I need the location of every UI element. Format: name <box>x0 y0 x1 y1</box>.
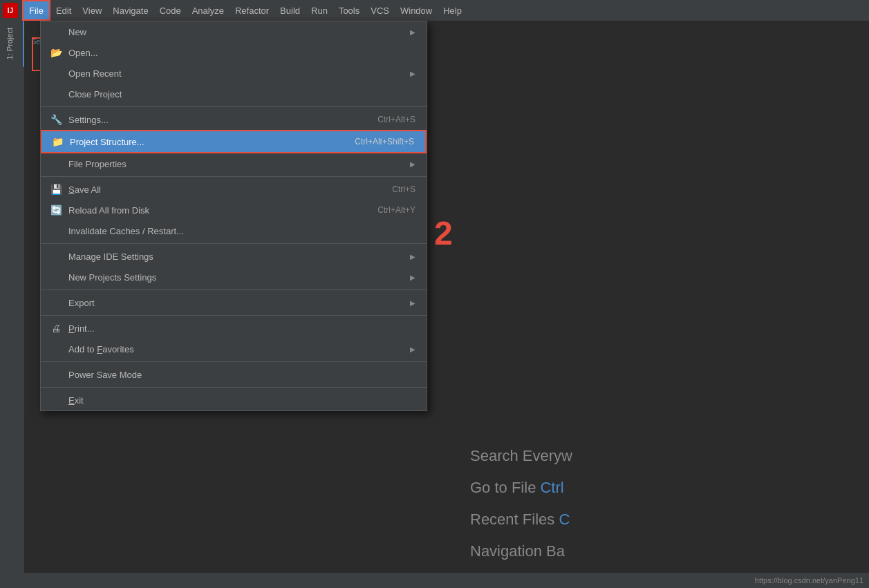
power-save-label: Power Save Mode <box>68 370 415 380</box>
add-favorites-icon <box>49 342 63 356</box>
new-arrow: ▶ <box>410 28 415 36</box>
annotation-num-2: 2 <box>434 214 453 252</box>
export-label: Export <box>68 298 404 308</box>
menu-item-new[interactable]: New ▶ <box>41 21 427 42</box>
invalidate-icon <box>49 224 63 238</box>
project-structure-label: Project Structure... <box>70 137 338 147</box>
open-recent-label: Open Recent <box>68 68 404 79</box>
add-favorites-arrow: ▶ <box>410 345 415 353</box>
add-favorites-label: Add to Favorites <box>68 344 404 354</box>
open-label: Open... <box>68 48 415 58</box>
menu-item-settings[interactable]: 🔧 Settings... Ctrl+Alt+S <box>41 109 427 130</box>
print-label: Print... <box>68 323 415 334</box>
separator-1 <box>41 106 427 107</box>
menu-analyze[interactable]: Analyze <box>187 0 230 21</box>
print-icon: 🖨 <box>49 321 63 335</box>
export-icon <box>49 296 63 310</box>
manage-ide-arrow: ▶ <box>410 253 415 260</box>
new-projects-icon <box>49 270 63 284</box>
recent-files-hint: Recent Files C <box>456 504 869 535</box>
menu-item-new-projects[interactable]: New Projects Settings ▶ <box>41 267 427 287</box>
file-properties-arrow: ▶ <box>410 160 415 168</box>
menu-vcs[interactable]: VCS <box>365 0 395 21</box>
menu-item-save-all[interactable]: 💾 Save All Ctrl+S <box>41 179 427 200</box>
settings-label: Settings... <box>68 115 361 125</box>
separator-2 <box>41 176 427 177</box>
left-sidebar: 1: Project <box>0 21 24 588</box>
menu-item-reload[interactable]: 🔄 Reload All from Disk Ctrl+Alt+Y <box>41 200 427 220</box>
separator-5 <box>41 315 427 316</box>
menu-file[interactable]: File <box>22 0 50 21</box>
menu-item-invalidate[interactable]: Invalidate Caches / Restart... <box>41 220 427 241</box>
close-project-label: Close Project <box>68 89 415 99</box>
separator-7 <box>41 387 427 388</box>
menu-item-file-properties[interactable]: File Properties ▶ <box>41 153 427 174</box>
menubar: IJ File Edit View Navigate Code Analyze … <box>0 0 869 21</box>
exit-label: Exit <box>68 395 415 406</box>
menu-code[interactable]: Code <box>154 0 187 21</box>
statusbar: https://blog.csdn.net/yanPeng11 <box>0 573 869 588</box>
menu-item-add-favorites[interactable]: Add to Favorites ▶ <box>41 339 427 359</box>
new-projects-arrow: ▶ <box>410 274 415 281</box>
file-properties-label: File Properties <box>68 159 404 169</box>
export-arrow: ▶ <box>410 299 415 307</box>
reload-label: Reload All from Disk <box>68 205 361 216</box>
separator-6 <box>41 361 427 362</box>
settings-shortcut: Ctrl+Alt+S <box>377 115 415 124</box>
new-label: New <box>68 27 404 37</box>
open-icon: 📂 <box>49 46 63 59</box>
separator-3 <box>41 243 427 244</box>
manage-ide-label: Manage IDE Settings <box>68 252 404 262</box>
navigation-bar-hint: Navigation Ba <box>456 535 869 567</box>
menu-help[interactable]: Help <box>438 0 467 21</box>
save-all-shortcut: Ctrl+S <box>392 184 415 194</box>
menu-refactor[interactable]: Refactor <box>230 0 274 21</box>
save-all-icon: 💾 <box>49 182 63 196</box>
file-properties-icon <box>49 157 63 171</box>
open-recent-arrow: ▶ <box>410 70 415 77</box>
statusbar-url: https://blog.csdn.net/yanPeng11 <box>755 576 863 585</box>
right-panel: Search Everyw Go to File Ctrl Recent Fil… <box>456 21 869 588</box>
close-project-icon <box>49 87 63 101</box>
separator-4 <box>41 290 427 290</box>
manage-ide-icon <box>49 249 63 263</box>
project-structure-shortcut: Ctrl+Alt+Shift+S <box>355 137 414 146</box>
open-recent-icon <box>49 66 63 80</box>
exit-icon <box>49 393 63 407</box>
invalidate-label: Invalidate Caches / Restart... <box>68 226 415 236</box>
menu-build[interactable]: Build <box>274 0 306 21</box>
menu-item-export[interactable]: Export ▶ <box>41 292 427 313</box>
reload-icon: 🔄 <box>49 203 63 217</box>
menu-item-exit[interactable]: Exit <box>41 390 427 410</box>
power-save-icon <box>49 368 63 381</box>
menu-run[interactable]: Run <box>306 0 333 21</box>
new-projects-label: New Projects Settings <box>68 272 404 283</box>
menu-view[interactable]: View <box>77 0 107 21</box>
project-structure-icon: 📁 <box>50 135 64 149</box>
editor-label: Se <box>31 37 40 46</box>
menu-edit[interactable]: Edit <box>50 0 77 21</box>
goto-file-hint: Go to File Ctrl <box>456 472 869 504</box>
settings-icon: 🔧 <box>49 113 63 126</box>
file-dropdown-menu: New ▶ 📂 Open... Open Recent ▶ Close Proj… <box>40 21 427 411</box>
reload-shortcut: Ctrl+Alt+Y <box>377 205 415 215</box>
menu-item-open[interactable]: 📂 Open... <box>41 42 427 63</box>
menu-tools[interactable]: Tools <box>333 0 365 21</box>
new-icon <box>49 25 63 39</box>
menu-window[interactable]: Window <box>395 0 438 21</box>
menu-item-power-save[interactable]: Power Save Mode <box>41 364 427 385</box>
save-all-label: Save All <box>68 184 375 195</box>
menu-navigate[interactable]: Navigate <box>107 0 153 21</box>
menu-item-print[interactable]: 🖨 Print... <box>41 318 427 339</box>
menu-item-project-structure[interactable]: 📁 Project Structure... Ctrl+Alt+Shift+S <box>41 130 427 153</box>
sidebar-project-tab[interactable]: 1: Project <box>0 21 24 66</box>
menu-item-close-project[interactable]: Close Project <box>41 84 427 104</box>
menu-item-manage-ide[interactable]: Manage IDE Settings ▶ <box>41 246 427 267</box>
search-everywhere-hint: Search Everyw <box>456 440 869 472</box>
app-logo: IJ <box>3 3 18 18</box>
menu-item-open-recent[interactable]: Open Recent ▶ <box>41 63 427 84</box>
